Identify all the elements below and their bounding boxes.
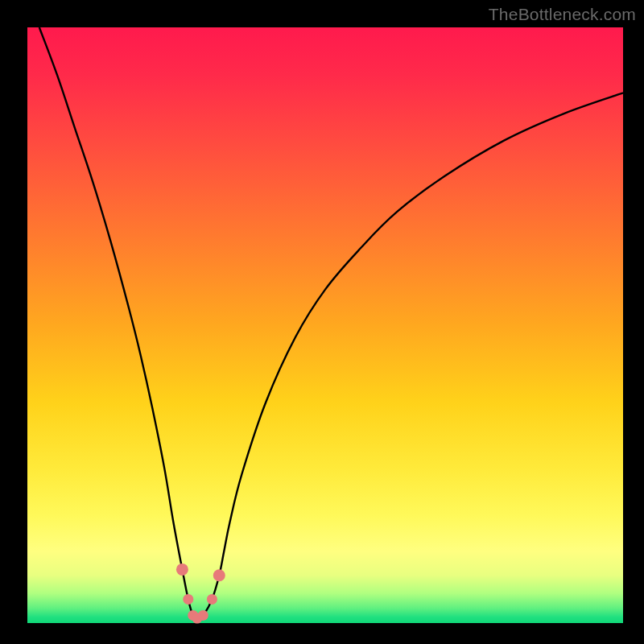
curve-marker [183, 594, 193, 605]
bottleneck-curve [27, 27, 623, 623]
curve-marker [213, 569, 225, 581]
plot-area [27, 27, 623, 623]
marker-group [176, 564, 225, 624]
watermark-text: TheBottleneck.com [489, 5, 636, 24]
curve-marker [207, 594, 217, 605]
curve-marker [176, 564, 188, 576]
curve-marker [198, 610, 208, 621]
curve-path [39, 27, 623, 618]
chart-canvas: TheBottleneck.com [0, 0, 644, 644]
